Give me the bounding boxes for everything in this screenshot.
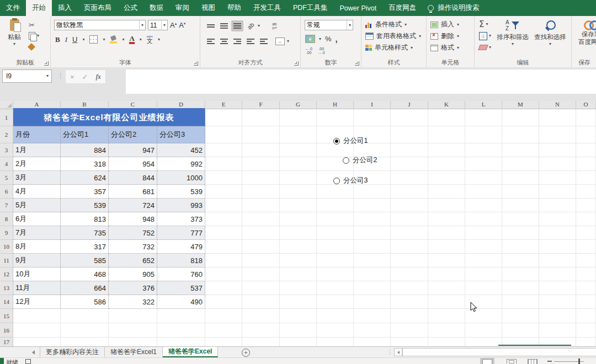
cell-O4[interactable] bbox=[576, 157, 596, 171]
cell-G14[interactable] bbox=[280, 295, 317, 309]
cell-N15[interactable] bbox=[539, 309, 576, 323]
column-header-C[interactable]: C bbox=[109, 101, 157, 109]
cell-L10[interactable] bbox=[465, 240, 502, 254]
phonetic-dropdown-icon[interactable]: ▾ bbox=[158, 38, 160, 42]
cell-C3[interactable]: 947 bbox=[109, 143, 157, 157]
cell-A16[interactable] bbox=[13, 323, 61, 338]
formula-input[interactable] bbox=[126, 69, 596, 94]
cut-button[interactable]: ✂ bbox=[29, 21, 35, 29]
cell-B14[interactable]: 586 bbox=[61, 295, 109, 309]
save-to-baidu-button[interactable]: 保存到百度网盘 bbox=[572, 19, 596, 46]
borders-button[interactable] bbox=[89, 35, 98, 44]
cell-O9[interactable] bbox=[576, 226, 596, 240]
cell-B7[interactable]: 539 bbox=[61, 199, 109, 212]
cell-D6[interactable]: 539 bbox=[157, 185, 205, 199]
cell-A5[interactable]: 3月 bbox=[13, 171, 61, 185]
cell-D13[interactable]: 537 bbox=[157, 281, 205, 295]
formula-bar-grip[interactable]: ⋮ bbox=[57, 72, 64, 79]
radio-icon[interactable] bbox=[333, 138, 340, 144]
cell-E2[interactable] bbox=[205, 126, 242, 143]
cell-H6[interactable] bbox=[317, 185, 354, 199]
cell-M6[interactable] bbox=[502, 185, 539, 199]
macro-record-icon[interactable] bbox=[25, 359, 31, 364]
cell-G6[interactable] bbox=[280, 185, 317, 199]
comma-style-button[interactable]: , bbox=[336, 34, 338, 44]
scrollbar-grip[interactable]: ⋮ bbox=[387, 349, 393, 356]
radio-icon[interactable] bbox=[343, 157, 349, 164]
cell-K17[interactable] bbox=[428, 338, 465, 346]
cell-O8[interactable] bbox=[576, 212, 596, 226]
cell-A10[interactable]: 8月 bbox=[13, 240, 61, 254]
merge-center-button[interactable]: ↔ bbox=[274, 36, 286, 47]
cell-D14[interactable]: 490 bbox=[157, 295, 205, 309]
cell-K2[interactable] bbox=[428, 126, 465, 143]
cell-F8[interactable] bbox=[242, 212, 280, 226]
format-as-table-button[interactable]: 套用表格格式▾ bbox=[361, 30, 426, 42]
cell-M16[interactable] bbox=[502, 323, 539, 338]
cell-J16[interactable] bbox=[391, 323, 428, 338]
cell-A2[interactable]: 月份 bbox=[13, 126, 61, 143]
cell-K4[interactable] bbox=[428, 157, 465, 171]
decrease-decimal-button[interactable]: .00→.0 bbox=[318, 47, 325, 55]
cell-H16[interactable] bbox=[317, 323, 354, 338]
column-header-B[interactable]: B bbox=[61, 101, 109, 109]
table-title-cell[interactable]: 猪爸爸学Excel有限公司业绩报表 bbox=[13, 109, 205, 126]
cell-B2[interactable]: 分公司1 bbox=[61, 126, 109, 143]
cell-O10[interactable] bbox=[576, 240, 596, 254]
cell-F5[interactable] bbox=[242, 171, 280, 185]
cell-E14[interactable] bbox=[205, 295, 242, 309]
cell-A14[interactable]: 12月 bbox=[13, 295, 61, 309]
cell-C8[interactable]: 948 bbox=[109, 212, 157, 226]
cell-O1[interactable] bbox=[576, 109, 596, 126]
column-header-K[interactable]: K bbox=[428, 101, 465, 109]
cell-B11[interactable]: 585 bbox=[61, 254, 109, 267]
cell-C10[interactable]: 732 bbox=[109, 240, 157, 254]
cell-E17[interactable] bbox=[205, 338, 242, 346]
cell-M4[interactable] bbox=[502, 157, 539, 171]
cell-F11[interactable] bbox=[242, 254, 280, 267]
column-header-O[interactable]: O bbox=[576, 101, 596, 109]
name-box[interactable]: I9 ▾ bbox=[2, 69, 52, 83]
cell-E12[interactable] bbox=[205, 267, 242, 281]
cell-H13[interactable] bbox=[317, 281, 354, 295]
cell-O16[interactable] bbox=[576, 323, 596, 338]
cell-F1[interactable] bbox=[242, 109, 280, 126]
font-color-button[interactable]: A bbox=[129, 35, 134, 44]
cell-L4[interactable] bbox=[465, 157, 502, 171]
row-header-2[interactable]: 2 bbox=[0, 126, 13, 143]
cell-K11[interactable] bbox=[428, 254, 465, 267]
column-header-D[interactable]: D bbox=[157, 101, 205, 109]
cell-K1[interactable] bbox=[428, 109, 465, 126]
cell-N8[interactable] bbox=[539, 212, 576, 226]
cell-K3[interactable] bbox=[428, 143, 465, 157]
cell-C16[interactable] bbox=[109, 323, 157, 338]
column-header-A[interactable]: A bbox=[13, 101, 61, 109]
cell-K13[interactable] bbox=[428, 281, 465, 295]
cell-K16[interactable] bbox=[428, 323, 465, 338]
cell-I14[interactable] bbox=[354, 295, 391, 309]
cell-J7[interactable] bbox=[391, 199, 428, 212]
cell-K9[interactable] bbox=[428, 226, 465, 240]
cell-B16[interactable] bbox=[61, 323, 109, 338]
cell-K6[interactable] bbox=[428, 185, 465, 199]
cell-N5[interactable] bbox=[539, 171, 576, 185]
cell-A9[interactable]: 7月 bbox=[13, 226, 61, 240]
row-header-1[interactable]: 1 bbox=[0, 109, 13, 126]
cell-M14[interactable] bbox=[502, 295, 539, 309]
cell-G9[interactable] bbox=[280, 226, 317, 240]
format-painter-button[interactable] bbox=[28, 43, 35, 51]
cell-F15[interactable] bbox=[242, 309, 280, 323]
cell-G17[interactable] bbox=[280, 338, 317, 346]
cell-M2[interactable] bbox=[502, 126, 539, 143]
cell-N10[interactable] bbox=[539, 240, 576, 254]
cell-I9[interactable] bbox=[354, 226, 391, 240]
column-header-J[interactable]: J bbox=[391, 101, 428, 109]
menu-tab-审阅[interactable]: 审阅 bbox=[169, 0, 195, 16]
cell-M13[interactable] bbox=[502, 281, 539, 295]
cell-C5[interactable]: 844 bbox=[109, 171, 157, 185]
clipboard-dialog-launcher[interactable] bbox=[44, 61, 49, 66]
cell-M9[interactable] bbox=[502, 226, 539, 240]
cell-C6[interactable]: 681 bbox=[109, 185, 157, 199]
cell-F16[interactable] bbox=[242, 323, 280, 338]
cell-H15[interactable] bbox=[317, 309, 354, 323]
